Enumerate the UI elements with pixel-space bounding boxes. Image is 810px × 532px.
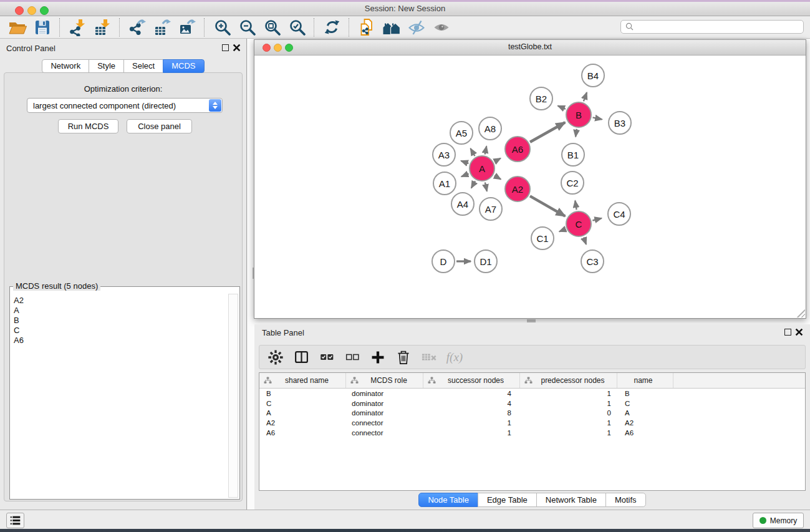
close-table-panel-icon[interactable]: [795, 328, 803, 336]
graph-node-C4[interactable]: C4: [607, 202, 631, 226]
graph-node-A5[interactable]: A5: [450, 121, 473, 145]
graph-node-A7[interactable]: A7: [479, 197, 503, 221]
graph-edge-C-C3[interactable]: [584, 238, 586, 244]
graph-node-B2[interactable]: B2: [529, 87, 553, 110]
horizontal-scroll-thumb[interactable]: [527, 319, 536, 322]
table-row[interactable]: Adominator80A: [259, 409, 805, 418]
add-icon[interactable]: [370, 349, 386, 366]
graph-edge-C-C1[interactable]: [559, 229, 566, 231]
table-options-icon[interactable]: [268, 349, 284, 366]
graph-edge-A-A1[interactable]: [461, 174, 469, 177]
graph-edge-A-A6[interactable]: [494, 158, 501, 162]
graph-node-C3[interactable]: C3: [581, 249, 604, 273]
graph-node-A8[interactable]: A8: [478, 117, 502, 140]
select-all-icon[interactable]: [319, 349, 335, 366]
tab-motifs[interactable]: Motifs: [605, 493, 646, 507]
graph-node-A2[interactable]: A2: [504, 176, 531, 202]
tab-select[interactable]: Select: [123, 59, 163, 73]
graph-node-C2[interactable]: C2: [561, 171, 584, 195]
graph-edge-A-A4[interactable]: [471, 181, 475, 188]
graph-node-A1[interactable]: A1: [433, 172, 456, 195]
deselect-all-icon[interactable]: [344, 349, 360, 366]
export-table-icon[interactable]: [150, 17, 175, 38]
graph-node-A4[interactable]: A4: [451, 192, 475, 216]
table-row[interactable]: Bdominator41B: [259, 389, 805, 399]
tab-edge-table[interactable]: Edge Table: [478, 493, 537, 507]
zoom-fit-icon[interactable]: [259, 17, 284, 38]
home-icon[interactable]: [379, 17, 404, 38]
graph-node-C1[interactable]: C1: [531, 226, 554, 250]
function-builder-icon[interactable]: f(x): [446, 349, 463, 366]
graph-edge-A2-C[interactable]: [530, 196, 565, 216]
graph-node-A6[interactable]: A6: [504, 136, 531, 162]
open-session-icon[interactable]: [5, 17, 30, 38]
graph-node-D1[interactable]: D1: [474, 249, 498, 273]
network-canvas[interactable]: B4B2BB3A8A5A6B1A3AA1C2A2A4A7C4CC1C3DD1: [254, 56, 806, 318]
mcds-result-item[interactable]: A2: [14, 296, 229, 306]
graph-edge-C-C4[interactable]: [592, 218, 602, 221]
show-panel-icon[interactable]: [429, 17, 454, 38]
delete-table-icon[interactable]: [421, 349, 437, 366]
graph-edge-A6-B[interactable]: [530, 122, 565, 142]
table-row[interactable]: Cdominator41C: [259, 399, 805, 409]
export-image-icon[interactable]: [175, 17, 200, 38]
mcds-result-item[interactable]: C: [14, 326, 229, 336]
run-mcds-button[interactable]: Run MCDS: [58, 119, 118, 133]
import-network-icon[interactable]: [65, 17, 90, 38]
refresh-icon[interactable]: [319, 17, 344, 38]
export-network-icon[interactable]: [125, 17, 150, 38]
mcds-result-item[interactable]: A6: [14, 336, 229, 346]
tab-network-table[interactable]: Network Table: [536, 493, 606, 507]
close-panel-button[interactable]: Close panel: [127, 119, 192, 133]
mcds-result-item[interactable]: B: [14, 316, 229, 326]
hide-panel-icon[interactable]: [404, 17, 429, 38]
graph-edge-A-A5[interactable]: [471, 148, 475, 156]
graph-edge-A-A8[interactable]: [485, 146, 487, 154]
result-list-scrollbar[interactable]: [228, 294, 238, 498]
graph-edge-A-A2[interactable]: [494, 176, 501, 180]
graph-node-B[interactable]: B: [566, 102, 592, 128]
table-row[interactable]: A2connector11A2: [259, 418, 805, 428]
tab-node-table[interactable]: Node Table: [418, 493, 478, 507]
table-row[interactable]: A6connector11A6: [259, 428, 805, 438]
tab-network[interactable]: Network: [42, 59, 89, 73]
zoom-in-icon[interactable]: [210, 17, 234, 38]
graph-edge-A-A7[interactable]: [485, 182, 487, 191]
graph-node-D[interactable]: D: [432, 249, 455, 273]
graph-node-A[interactable]: A: [469, 155, 495, 181]
column-header-MCDS-role[interactable]: MCDS role: [346, 373, 423, 388]
save-session-icon[interactable]: [30, 17, 55, 38]
graph-node-B1[interactable]: B1: [561, 143, 585, 167]
search-field[interactable]: [620, 20, 804, 34]
search-input[interactable]: [637, 21, 803, 33]
graph-edge-A-A3[interactable]: [461, 161, 468, 163]
column-header-name[interactable]: name: [617, 373, 673, 388]
clone-network-icon[interactable]: [354, 17, 379, 38]
tab-style[interactable]: Style: [89, 59, 124, 73]
column-header-successor-nodes[interactable]: successor nodes: [423, 373, 520, 388]
import-table-icon[interactable]: [90, 17, 115, 38]
column-header-shared-name[interactable]: shared name: [259, 373, 346, 388]
graph-node-B3[interactable]: B3: [608, 111, 632, 135]
zoom-selected-icon[interactable]: [284, 17, 309, 38]
zoom-out-icon[interactable]: [234, 17, 259, 38]
criterion-select[interactable]: largest connected component (directed): [27, 98, 223, 113]
graph-edge-B-B2[interactable]: [558, 106, 566, 109]
float-table-panel-icon[interactable]: [784, 329, 791, 336]
close-panel-icon[interactable]: [233, 44, 241, 52]
graph-node-C[interactable]: C: [566, 211, 592, 237]
task-history-button[interactable]: [6, 513, 24, 528]
tab-mcds[interactable]: MCDS: [163, 59, 204, 73]
network-window-titlebar[interactable]: testGlobe.txt: [254, 40, 806, 56]
graph-node-A3[interactable]: A3: [432, 143, 456, 167]
show-columns-icon[interactable]: [293, 349, 309, 366]
float-panel-icon[interactable]: [222, 44, 229, 51]
memory-button[interactable]: Memory: [753, 513, 804, 528]
graph-edge-B-B4[interactable]: [584, 92, 587, 101]
column-header-predecessor-nodes[interactable]: predecessor nodes: [520, 373, 617, 388]
graph-node-B4[interactable]: B4: [581, 64, 605, 87]
mcds-result-item[interactable]: A: [14, 306, 229, 316]
delete-icon[interactable]: [395, 349, 412, 366]
graph-edge-C-C2[interactable]: [575, 201, 576, 210]
graph-edge-B-B3[interactable]: [593, 117, 602, 119]
